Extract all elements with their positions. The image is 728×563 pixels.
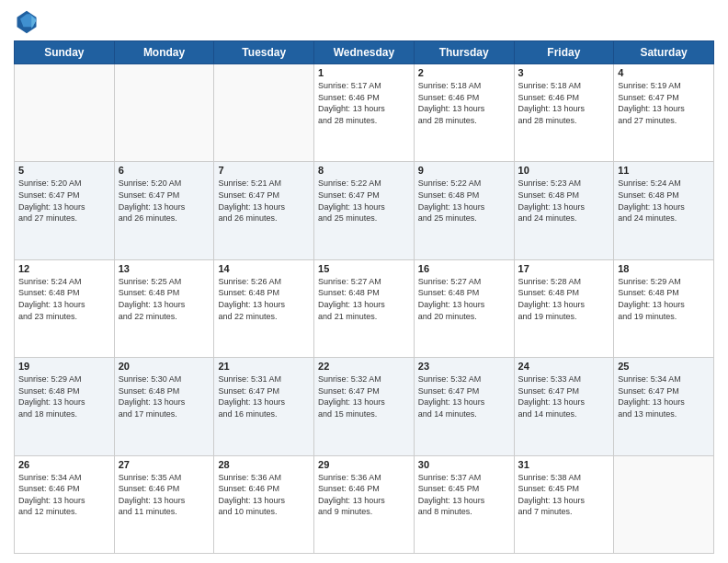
day-number: 29: [318, 459, 410, 470]
header: [14, 9, 714, 35]
calendar-cell: 14Sunrise: 5:26 AM Sunset: 6:48 PM Dayli…: [214, 259, 314, 357]
calendar-cell: 31Sunrise: 5:38 AM Sunset: 6:45 PM Dayli…: [514, 455, 614, 553]
day-number: 8: [318, 165, 410, 176]
calendar-cell: 30Sunrise: 5:37 AM Sunset: 6:45 PM Dayli…: [414, 455, 514, 553]
day-info: Sunrise: 5:20 AM Sunset: 6:47 PM Dayligh…: [119, 178, 210, 224]
day-info: Sunrise: 5:24 AM Sunset: 6:48 PM Dayligh…: [618, 178, 710, 224]
day-number: 17: [518, 263, 610, 274]
calendar-cell: 3Sunrise: 5:18 AM Sunset: 6:46 PM Daylig…: [514, 64, 614, 162]
day-number: 18: [618, 263, 710, 274]
calendar-cell: 21Sunrise: 5:31 AM Sunset: 6:47 PM Dayli…: [214, 358, 314, 455]
calendar-cell: [614, 455, 714, 553]
calendar-cell: 27Sunrise: 5:35 AM Sunset: 6:46 PM Dayli…: [114, 455, 214, 553]
day-info: Sunrise: 5:18 AM Sunset: 6:46 PM Dayligh…: [518, 80, 610, 126]
calendar-cell: 1Sunrise: 5:17 AM Sunset: 6:46 PM Daylig…: [314, 64, 415, 162]
calendar-cell: 24Sunrise: 5:33 AM Sunset: 6:47 PM Dayli…: [514, 358, 614, 455]
weekday-header-sunday: Sunday: [15, 41, 115, 64]
calendar-cell: 25Sunrise: 5:34 AM Sunset: 6:47 PM Dayli…: [614, 358, 714, 455]
day-info: Sunrise: 5:37 AM Sunset: 6:45 PM Dayligh…: [418, 472, 510, 518]
day-info: Sunrise: 5:32 AM Sunset: 6:47 PM Dayligh…: [318, 373, 410, 419]
day-info: Sunrise: 5:29 AM Sunset: 6:48 PM Dayligh…: [18, 373, 110, 419]
day-number: 27: [119, 459, 210, 470]
day-info: Sunrise: 5:24 AM Sunset: 6:48 PM Dayligh…: [18, 276, 110, 322]
day-number: 7: [218, 165, 310, 176]
day-info: Sunrise: 5:21 AM Sunset: 6:47 PM Dayligh…: [218, 178, 310, 224]
day-info: Sunrise: 5:31 AM Sunset: 6:47 PM Dayligh…: [218, 373, 310, 419]
calendar-week-row: 19Sunrise: 5:29 AM Sunset: 6:48 PM Dayli…: [15, 358, 714, 455]
day-number: 15: [318, 263, 410, 274]
day-number: 26: [18, 459, 110, 470]
day-number: 16: [418, 263, 510, 274]
calendar-cell: 20Sunrise: 5:30 AM Sunset: 6:48 PM Dayli…: [114, 358, 214, 455]
day-info: Sunrise: 5:30 AM Sunset: 6:48 PM Dayligh…: [119, 373, 210, 419]
day-number: 30: [418, 459, 510, 470]
day-info: Sunrise: 5:26 AM Sunset: 6:48 PM Dayligh…: [218, 276, 310, 322]
calendar-cell: 18Sunrise: 5:29 AM Sunset: 6:48 PM Dayli…: [614, 259, 714, 357]
day-number: 1: [318, 67, 410, 78]
day-number: 24: [518, 361, 610, 372]
weekday-header-saturday: Saturday: [614, 41, 714, 64]
day-info: Sunrise: 5:17 AM Sunset: 6:46 PM Dayligh…: [318, 80, 410, 126]
day-info: Sunrise: 5:27 AM Sunset: 6:48 PM Dayligh…: [318, 276, 410, 322]
calendar-cell: 4Sunrise: 5:19 AM Sunset: 6:47 PM Daylig…: [614, 64, 714, 162]
day-info: Sunrise: 5:38 AM Sunset: 6:45 PM Dayligh…: [518, 472, 610, 518]
day-info: Sunrise: 5:22 AM Sunset: 6:48 PM Dayligh…: [418, 178, 510, 224]
day-info: Sunrise: 5:25 AM Sunset: 6:48 PM Dayligh…: [119, 276, 210, 322]
day-info: Sunrise: 5:34 AM Sunset: 6:47 PM Dayligh…: [618, 373, 710, 419]
day-info: Sunrise: 5:23 AM Sunset: 6:48 PM Dayligh…: [518, 178, 610, 224]
logo-icon: [14, 9, 40, 35]
day-info: Sunrise: 5:34 AM Sunset: 6:46 PM Dayligh…: [18, 472, 110, 518]
day-number: 21: [218, 361, 310, 372]
day-number: 2: [418, 67, 510, 78]
weekday-header-row: SundayMondayTuesdayWednesdayThursdayFrid…: [15, 41, 714, 64]
calendar-cell: 2Sunrise: 5:18 AM Sunset: 6:46 PM Daylig…: [414, 64, 514, 162]
calendar-cell: 29Sunrise: 5:36 AM Sunset: 6:46 PM Dayli…: [314, 455, 415, 553]
day-info: Sunrise: 5:35 AM Sunset: 6:46 PM Dayligh…: [119, 472, 210, 518]
calendar-cell: 10Sunrise: 5:23 AM Sunset: 6:48 PM Dayli…: [514, 162, 614, 259]
day-info: Sunrise: 5:18 AM Sunset: 6:46 PM Dayligh…: [418, 80, 510, 126]
day-number: 20: [119, 361, 210, 372]
calendar-cell: 8Sunrise: 5:22 AM Sunset: 6:47 PM Daylig…: [314, 162, 415, 259]
calendar-cell: [114, 64, 214, 162]
calendar-table: SundayMondayTuesdayWednesdayThursdayFrid…: [14, 40, 714, 554]
day-info: Sunrise: 5:27 AM Sunset: 6:48 PM Dayligh…: [418, 276, 510, 322]
day-number: 9: [418, 165, 510, 176]
calendar-cell: 6Sunrise: 5:20 AM Sunset: 6:47 PM Daylig…: [114, 162, 214, 259]
calendar-cell: 19Sunrise: 5:29 AM Sunset: 6:48 PM Dayli…: [15, 358, 115, 455]
calendar-week-row: 26Sunrise: 5:34 AM Sunset: 6:46 PM Dayli…: [15, 455, 714, 553]
calendar-cell: 28Sunrise: 5:36 AM Sunset: 6:46 PM Dayli…: [214, 455, 314, 553]
logo: [14, 9, 43, 35]
day-number: 3: [518, 67, 610, 78]
calendar-cell: 22Sunrise: 5:32 AM Sunset: 6:47 PM Dayli…: [314, 358, 415, 455]
day-number: 22: [318, 361, 410, 372]
day-number: 31: [518, 459, 610, 470]
day-info: Sunrise: 5:28 AM Sunset: 6:48 PM Dayligh…: [518, 276, 610, 322]
calendar-week-row: 1Sunrise: 5:17 AM Sunset: 6:46 PM Daylig…: [15, 64, 714, 162]
calendar-cell: 13Sunrise: 5:25 AM Sunset: 6:48 PM Dayli…: [114, 259, 214, 357]
day-number: 5: [18, 165, 110, 176]
day-number: 11: [618, 165, 710, 176]
page: SundayMondayTuesdayWednesdayThursdayFrid…: [0, 0, 728, 563]
day-info: Sunrise: 5:33 AM Sunset: 6:47 PM Dayligh…: [518, 373, 610, 419]
weekday-header-friday: Friday: [514, 41, 614, 64]
day-info: Sunrise: 5:19 AM Sunset: 6:47 PM Dayligh…: [618, 80, 710, 126]
calendar-cell: 12Sunrise: 5:24 AM Sunset: 6:48 PM Dayli…: [15, 259, 115, 357]
day-number: 6: [119, 165, 210, 176]
day-info: Sunrise: 5:32 AM Sunset: 6:47 PM Dayligh…: [418, 373, 510, 419]
calendar-cell: 16Sunrise: 5:27 AM Sunset: 6:48 PM Dayli…: [414, 259, 514, 357]
calendar-cell: 11Sunrise: 5:24 AM Sunset: 6:48 PM Dayli…: [614, 162, 714, 259]
calendar-cell: 26Sunrise: 5:34 AM Sunset: 6:46 PM Dayli…: [15, 455, 115, 553]
calendar-week-row: 12Sunrise: 5:24 AM Sunset: 6:48 PM Dayli…: [15, 259, 714, 357]
day-info: Sunrise: 5:36 AM Sunset: 6:46 PM Dayligh…: [318, 472, 410, 518]
day-number: 23: [418, 361, 510, 372]
weekday-header-tuesday: Tuesday: [214, 41, 314, 64]
calendar-cell: 9Sunrise: 5:22 AM Sunset: 6:48 PM Daylig…: [414, 162, 514, 259]
day-number: 12: [18, 263, 110, 274]
weekday-header-thursday: Thursday: [414, 41, 514, 64]
day-info: Sunrise: 5:29 AM Sunset: 6:48 PM Dayligh…: [618, 276, 710, 322]
day-number: 19: [18, 361, 110, 372]
day-number: 13: [119, 263, 210, 274]
day-number: 10: [518, 165, 610, 176]
day-number: 14: [218, 263, 310, 274]
calendar-cell: 7Sunrise: 5:21 AM Sunset: 6:47 PM Daylig…: [214, 162, 314, 259]
